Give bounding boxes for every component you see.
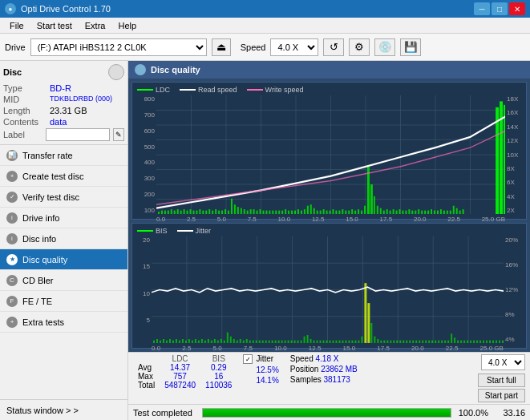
svg-rect-215: [431, 341, 433, 343]
drive-select[interactable]: (F:) ATAPI iHBS112 2 CL0K: [30, 38, 207, 56]
svg-rect-103: [434, 211, 435, 214]
svg-rect-227: [470, 341, 471, 343]
disc-length-value: 23.31 GB: [50, 106, 87, 115]
stats-speed-select[interactable]: 4.0 X: [481, 354, 525, 370]
svg-rect-90: [393, 209, 394, 214]
menu-extra[interactable]: Extra: [79, 19, 112, 32]
menu-help[interactable]: Help: [111, 19, 143, 32]
refresh-button[interactable]: ↺: [323, 38, 344, 56]
svg-rect-102: [431, 209, 432, 214]
sidebar-item-transfer-rate[interactable]: 📊 Transfer rate: [0, 145, 127, 166]
minimize-button[interactable]: ─: [474, 2, 490, 15]
menu-file[interactable]: File: [3, 19, 30, 32]
eject-button[interactable]: ⏏: [212, 38, 231, 56]
sidebar-item-extra-tests[interactable]: + Extra tests: [0, 312, 127, 333]
status-window-button[interactable]: Status window > >: [0, 399, 127, 420]
svg-rect-135: [176, 339, 177, 343]
x-label-2.5: 2.5: [187, 216, 196, 223]
svg-rect-184: [332, 341, 334, 343]
x2-label-22.5: 22.5: [446, 345, 459, 352]
toolbar: Drive (F:) ATAPI iHBS112 2 CL0K ⏏ Speed …: [0, 34, 530, 61]
svg-rect-232: [486, 341, 488, 343]
start-part-button[interactable]: Start part: [478, 389, 525, 402]
col-bis: BIS: [200, 354, 237, 363]
svg-rect-73: [338, 211, 340, 214]
sidebar-label-transfer-rate: Transfer rate: [22, 151, 73, 160]
sidebar-item-cd-bler[interactable]: C CD Bler: [0, 270, 127, 291]
jitter-avg-val: 12.5%: [256, 365, 278, 374]
svg-rect-199: [380, 341, 382, 343]
svg-rect-80: [361, 211, 362, 214]
disc-panel-title: Disc: [3, 67, 22, 77]
speed-select-toolbar[interactable]: 4.0 X: [270, 38, 318, 56]
x-label-10: 10.0: [278, 216, 291, 223]
disc-button[interactable]: 💿: [374, 38, 395, 56]
svg-rect-179: [317, 341, 318, 343]
col-ldc: LDC: [160, 354, 200, 363]
settings-button[interactable]: ⚙: [349, 38, 370, 56]
total-ldc: 5487240: [160, 381, 200, 390]
svg-rect-41: [237, 207, 239, 214]
drive-info-icon: i: [6, 212, 18, 224]
position-label-stat: Position: [290, 365, 321, 374]
save-button[interactable]: 💾: [400, 38, 421, 56]
sidebar-label-drive-info: Drive info: [22, 213, 59, 223]
maximize-button[interactable]: □: [492, 2, 508, 15]
label-input[interactable]: [46, 128, 110, 141]
sidebar-label-disc-info: Disc info: [22, 234, 56, 244]
jitter-checkbox[interactable]: ✓: [243, 354, 253, 364]
y-label-800: 800: [144, 95, 155, 103]
extra-tests-icon: +: [6, 317, 18, 328]
svg-rect-154: [237, 341, 238, 343]
svg-rect-133: [169, 339, 171, 343]
svg-rect-58: [291, 211, 293, 214]
svg-rect-37: [225, 209, 226, 214]
svg-rect-148: [217, 341, 219, 343]
svg-rect-201: [386, 341, 388, 343]
svg-rect-111: [459, 211, 461, 214]
sidebar-item-create-test-disc[interactable]: + Create test disc: [0, 166, 127, 187]
jitter-section: ✓ Jitter: [243, 354, 278, 364]
total-bis: 110036: [200, 381, 237, 390]
svg-rect-162: [262, 341, 264, 343]
close-button[interactable]: ✕: [509, 2, 525, 15]
svg-rect-147: [214, 339, 216, 343]
sidebar-item-drive-info[interactable]: i Drive info: [0, 208, 127, 228]
speed-val-stat: 4.18 X: [316, 354, 339, 363]
sidebar-item-fe-te[interactable]: F FE / TE: [0, 291, 127, 312]
sidebar-item-disc-quality[interactable]: ★ Disc quality: [0, 249, 127, 270]
svg-rect-46: [253, 209, 255, 214]
svg-rect-98: [418, 209, 419, 214]
y2-right-8pct: 8%: [505, 311, 515, 318]
svg-rect-139: [188, 339, 190, 343]
svg-rect-84: [374, 196, 375, 214]
svg-rect-198: [377, 339, 378, 343]
svg-rect-32: [208, 209, 210, 214]
speed-display: 33.16: [493, 408, 525, 418]
sidebar-item-verify-test-disc[interactable]: ✓ Verify test disc: [0, 187, 127, 208]
svg-rect-35: [218, 211, 220, 214]
svg-rect-207: [406, 341, 407, 343]
y-right-8x: 8X: [507, 165, 515, 172]
svg-rect-206: [403, 341, 404, 343]
label-edit-button[interactable]: ✎: [113, 128, 124, 141]
verify-test-disc-icon: ✓: [6, 192, 18, 203]
start-full-button[interactable]: Start full: [478, 374, 525, 387]
svg-rect-21: [174, 211, 176, 214]
svg-rect-182: [326, 341, 328, 343]
sidebar-item-disc-info[interactable]: i Disc info: [0, 228, 127, 249]
y-right-16x: 16X: [507, 109, 518, 116]
svg-rect-146: [211, 341, 212, 343]
svg-rect-159: [253, 341, 254, 343]
svg-rect-233: [489, 341, 491, 343]
y2-label-10: 10: [143, 290, 150, 297]
svg-rect-67: [320, 211, 322, 214]
menu-start-test[interactable]: Start test: [30, 19, 79, 32]
disc-mid-value: TDKBLDRBD (000): [50, 95, 112, 104]
svg-rect-94: [405, 211, 407, 214]
svg-rect-180: [320, 341, 322, 343]
svg-rect-163: [265, 341, 267, 343]
chart1-svg: [156, 95, 505, 214]
svg-rect-76: [348, 211, 350, 214]
svg-rect-18: [164, 211, 166, 214]
